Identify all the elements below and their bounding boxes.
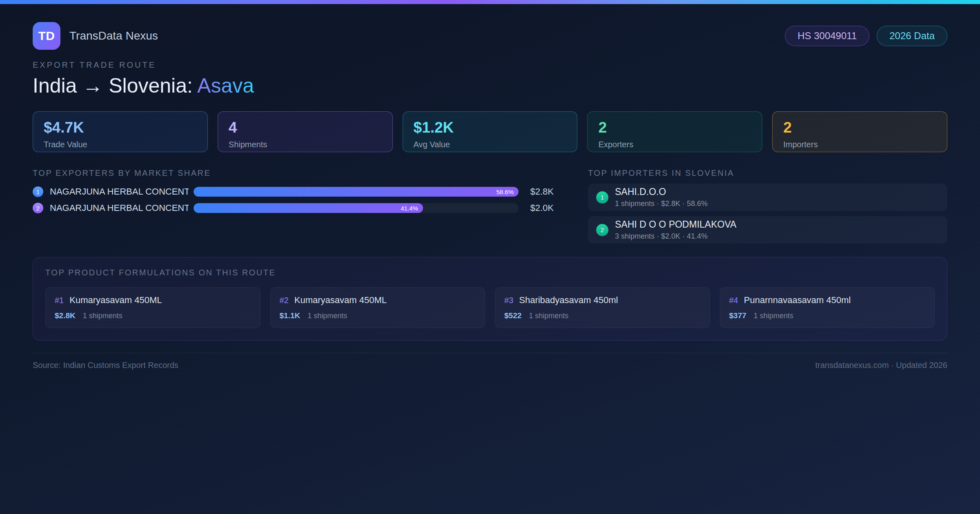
stat-label: Importers: [783, 140, 936, 149]
exporter-value: $2.0K: [524, 203, 554, 213]
importer-name: SAHI D O O PODMILAKOVA: [615, 219, 736, 230]
product-value: $1.1K: [280, 311, 301, 320]
importer-info: SAHI D O O PODMILAKOVA 3 shipments · $2.…: [615, 219, 736, 241]
product-card: #4 Punarnnavaasavam 450ml $377 1 shipmen…: [720, 287, 935, 328]
stat-value: $1.2K: [414, 119, 567, 136]
accent-top-strip: [0, 0, 980, 4]
product-shipments: 1 shipments: [83, 312, 122, 320]
footer: Source: Indian Customs Export Records tr…: [33, 361, 947, 370]
product-rank: #1: [55, 296, 64, 305]
hs-code-badge[interactable]: HS 30049011: [785, 26, 869, 46]
product-rank: #4: [729, 296, 738, 305]
exporter-row: 1 NAGARJUNA HERBAL CONCENTRA... 58.6% $2…: [33, 184, 554, 200]
stat-label: Exporters: [598, 140, 751, 149]
stat-label: Trade Value: [44, 140, 197, 149]
product-shipments: 1 shipments: [529, 312, 568, 320]
market-share-bar: 41.4%: [194, 203, 423, 213]
eyebrow-label: EXPORT TRADE ROUTE: [33, 60, 947, 70]
app-logo: TD: [33, 22, 60, 50]
app-name: TransData Nexus: [69, 29, 158, 42]
importers-section: TOP IMPORTERS IN SLOVENIA 1 SAHI.D.O.O 1…: [588, 168, 947, 244]
brand: TD TransData Nexus: [33, 22, 158, 50]
stat-value: 4: [229, 119, 382, 136]
product-card: #1 Kumaryasavam 450ML $2.8K 1 shipments: [45, 287, 261, 328]
stat-card-trade-value: $4.7K Trade Value: [33, 111, 208, 152]
exporter-value: $2.8K: [524, 186, 554, 197]
importer-meta: 1 shipments · $2.8K · 58.6%: [615, 199, 708, 208]
stat-card-shipments: 4 Shipments: [218, 111, 393, 152]
importers-section-title: TOP IMPORTERS IN SLOVENIA: [588, 168, 947, 178]
product-name: Punarnnavaasavam 450ml: [744, 295, 851, 306]
product-name: Kumaryasavam 450ML: [69, 295, 162, 306]
importer-meta: 3 shipments · $2.0K · 41.4%: [615, 232, 736, 241]
product-name: Sharibadyasavam 450ml: [519, 295, 618, 306]
exporter-name: NAGARJUNA HERBAL CONCENTRA...: [50, 203, 189, 213]
product-rank: #3: [504, 296, 513, 305]
rank-badge: 1: [596, 191, 608, 204]
market-share-bar-track: 58.6%: [194, 187, 519, 197]
exporters-section: TOP EXPORTERS BY MARKET SHARE 1 NAGARJUN…: [33, 168, 554, 244]
importer-info: SAHI.D.O.O 1 shipments · $2.8K · 58.6%: [615, 186, 708, 208]
product-shipments: 1 shipments: [754, 312, 793, 320]
stat-value: $4.7K: [44, 119, 197, 136]
stat-cards: $4.7K Trade Value 4 Shipments $1.2K Avg …: [33, 111, 947, 152]
rank-badge: 2: [33, 203, 43, 213]
product-rank: #2: [280, 296, 289, 305]
market-share-bar-track: 41.4%: [194, 203, 519, 213]
stat-label: Avg Value: [414, 140, 567, 149]
stat-label: Shipments: [229, 140, 382, 149]
product-value: $2.8K: [55, 311, 76, 320]
market-share-bar: 58.6%: [194, 187, 519, 197]
product-cards: #1 Kumaryasavam 450ML $2.8K 1 shipments …: [45, 287, 935, 328]
importer-list-item: 1 SAHI.D.O.O 1 shipments · $2.8K · 58.6%: [588, 184, 947, 211]
page-container: TD TransData Nexus HS 30049011 2026 Data…: [33, 4, 947, 370]
year-data-badge[interactable]: 2026 Data: [877, 26, 947, 46]
rank-badge: 2: [596, 224, 608, 236]
page-title: India → Slovenia: Asava: [33, 74, 947, 97]
product-formulations-panel: TOP PRODUCT FORMULATIONS ON THIS ROUTE #…: [33, 257, 947, 341]
importer-list-item: 2 SAHI D O O PODMILAKOVA 3 shipments · $…: [588, 216, 947, 244]
product-value: $522: [504, 311, 521, 320]
exporter-row: 2 NAGARJUNA HERBAL CONCENTRA... 41.4% $2…: [33, 200, 554, 216]
product-shipments: 1 shipments: [307, 312, 347, 320]
market-share-percent: 41.4%: [401, 205, 423, 212]
exporters-section-title: TOP EXPORTERS BY MARKET SHARE: [33, 168, 554, 178]
importer-name: SAHI.D.O.O: [615, 186, 708, 197]
page-title-main: India → Slovenia:: [33, 74, 197, 97]
stat-card-exporters: 2 Exporters: [587, 111, 762, 152]
rank-badge: 1: [33, 186, 43, 197]
exporters-bar-list: 1 NAGARJUNA HERBAL CONCENTRA... 58.6% $2…: [33, 184, 554, 216]
market-share-percent: 58.6%: [496, 188, 519, 195]
stat-card-avg-value: $1.2K Avg Value: [403, 111, 578, 152]
stat-value: 2: [783, 119, 936, 136]
product-card: #2 Kumaryasavam 450ML $1.1K 1 shipments: [270, 287, 486, 328]
footer-source: Source: Indian Customs Export Records: [33, 361, 178, 370]
stat-card-importers: 2 Importers: [772, 111, 947, 152]
header-badges: HS 30049011 2026 Data: [785, 26, 947, 46]
header: TD TransData Nexus HS 30049011 2026 Data: [33, 22, 947, 50]
product-name: Kumaryasavam 450ML: [294, 295, 387, 306]
page-title-accent: Asava: [197, 74, 254, 97]
products-section-title: TOP PRODUCT FORMULATIONS ON THIS ROUTE: [45, 268, 935, 277]
exporter-name: NAGARJUNA HERBAL CONCENTRA...: [50, 186, 189, 197]
footer-site: transdatanexus.com · Updated 2026: [815, 361, 947, 370]
product-value: $377: [729, 311, 746, 320]
importers-list: 1 SAHI.D.O.O 1 shipments · $2.8K · 58.6%…: [588, 184, 947, 244]
footer-divider: [33, 353, 947, 353]
product-card: #3 Sharibadyasavam 450ml $522 1 shipment…: [495, 287, 710, 328]
stat-value: 2: [598, 119, 751, 136]
